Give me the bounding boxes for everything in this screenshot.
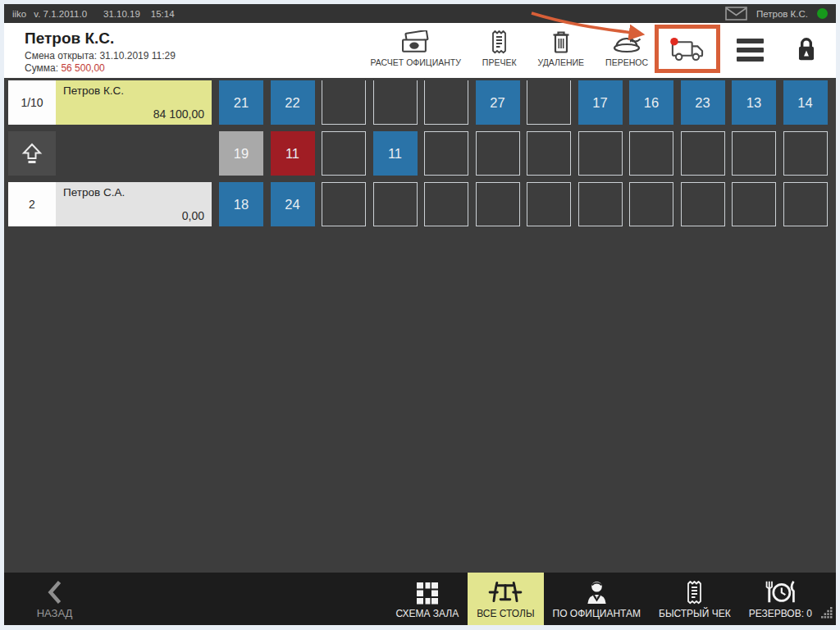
arrow-up-icon	[20, 142, 44, 165]
back-chevron-icon	[47, 580, 63, 605]
waiter-amount: 84 100,00	[153, 107, 204, 121]
table-tile-empty[interactable]	[424, 80, 468, 125]
messages-envelope-icon[interactable]	[725, 7, 747, 21]
table-tile-empty[interactable]	[527, 131, 571, 176]
table-tile[interactable]: 23	[681, 80, 725, 125]
table-tile[interactable]: 22	[271, 80, 315, 125]
table-tile-empty[interactable]	[527, 80, 571, 125]
waiter-info: Петров К.С. Смена открыта: 31.10.2019 11…	[25, 23, 176, 78]
tab-all-tables[interactable]: ВСЕ СТОЛЫ	[468, 573, 543, 625]
main-menu-button[interactable]	[737, 39, 764, 62]
sum-label: Сумма:	[25, 62, 58, 74]
table-tile[interactable]: 11	[271, 131, 315, 176]
table-tile-empty[interactable]	[527, 182, 571, 226]
tables-grid: 21222717162313141911111824	[219, 80, 828, 573]
table-tile-empty[interactable]	[476, 131, 520, 176]
table-tile-empty[interactable]	[424, 182, 468, 226]
lock-icon	[795, 35, 818, 63]
floor-plan-label: СХЕМА ЗАЛА	[395, 608, 459, 619]
resize-grip[interactable]	[821, 607, 833, 623]
table-tile[interactable]: 11	[373, 131, 418, 176]
table-tile-empty[interactable]	[732, 131, 776, 176]
current-user-label: Петров К.С.	[756, 9, 808, 19]
table-tile-empty[interactable]	[732, 182, 776, 226]
delete-label: УДАЛЕНИЕ	[538, 57, 585, 67]
precheck-label: ПРЕЧЕК	[482, 57, 517, 67]
waiter-payment-button[interactable]: РАСЧЕТ ОФИЦИАНТУ	[371, 28, 461, 67]
waiter-amount: 0,00	[182, 209, 204, 222]
back-label: НАЗАД	[37, 607, 73, 619]
table-tile-empty[interactable]	[629, 182, 673, 226]
status-bar: iiko v. 7.1.2011.0 31.10.19 15:14 Петров…	[4, 4, 836, 23]
delivery-button-highlighted[interactable]	[655, 25, 720, 73]
table-tile-empty[interactable]	[424, 131, 468, 176]
table-tile[interactable]: 16	[629, 80, 673, 125]
table-tile[interactable]: 21	[219, 80, 263, 125]
reserves-label: РЕЗЕРВОВ: 0	[749, 608, 812, 619]
tab-floor-plan[interactable]: СХЕМА ЗАЛА	[386, 573, 468, 625]
app-version: v. 7.1.2011.0	[34, 9, 87, 19]
waiter-row-petrov-ks[interactable]: 1/10 Петров К.С. 84 100,00	[8, 80, 212, 125]
main-area: 1/10 Петров К.С. 84 100,00 2 Петров С	[4, 78, 836, 573]
waiter-name: Петров С.А.	[63, 186, 125, 199]
table-tile[interactable]: 13	[732, 80, 776, 125]
table-tile-empty[interactable]	[476, 182, 520, 226]
table-tile[interactable]: 19	[219, 131, 263, 176]
table-tile[interactable]: 17	[578, 80, 623, 125]
table-tile[interactable]: 14	[783, 80, 828, 125]
tab-quick-check[interactable]: БЫСТРЫЙ ЧЕК	[650, 573, 740, 625]
table-tile-empty[interactable]	[783, 182, 828, 226]
table-tile-empty[interactable]	[578, 131, 623, 176]
waiter-name: Петров К.С.	[63, 84, 124, 97]
all-tables-label: ВСЕ СТОЛЫ	[477, 608, 534, 619]
receipt-icon	[490, 28, 509, 54]
status-time: 15:14	[151, 9, 175, 19]
tables-chairs-icon	[487, 579, 523, 605]
table-tile-empty[interactable]	[373, 80, 418, 125]
table-tile[interactable]: 24	[271, 182, 315, 226]
table-tile-empty[interactable]	[322, 80, 366, 125]
iiko-pos-app: iiko v. 7.1.2011.0 31.10.19 15:14 Петров…	[4, 4, 836, 625]
app-window: iiko v. 7.1.2011.0 31.10.19 15:14 Петров…	[0, 0, 840, 630]
precheck-button[interactable]: ПРЕЧЕК	[482, 28, 517, 67]
header-toolbar: РАСЧЕТ ОФИЦИАНТУ ПРЕЧЕК	[349, 23, 818, 78]
page-title: Петров К.С.	[25, 27, 176, 50]
waiters-sidebar: 1/10 Петров К.С. 84 100,00 2 Петров С	[8, 80, 212, 573]
table-tile-empty[interactable]	[373, 182, 418, 226]
table-tile-empty[interactable]	[322, 182, 366, 226]
waiter-row-petrov-sa[interactable]: 2 Петров С.А. 0,00	[8, 182, 212, 226]
scroll-up-button[interactable]	[8, 131, 56, 176]
online-status-dot	[817, 8, 828, 19]
table-tile-empty[interactable]	[681, 131, 725, 176]
sum-line: Сумма: 56 500,00	[25, 62, 176, 75]
delete-button[interactable]: УДАЛЕНИЕ	[538, 28, 585, 67]
delivery-truck-icon	[669, 36, 707, 62]
table-tile-empty[interactable]	[578, 182, 623, 226]
sum-value: 56 500,00	[61, 62, 104, 74]
floor-plan-icon	[416, 582, 439, 605]
table-tile[interactable]: 27	[476, 80, 520, 125]
transfer-dish-icon	[612, 28, 642, 54]
table-tile[interactable]: 18	[219, 182, 263, 226]
table-tile-empty[interactable]	[322, 131, 366, 176]
by-waiters-label: ПО ОФИЦИАНТАМ	[553, 608, 641, 619]
table-tile-empty[interactable]	[783, 131, 828, 176]
table-tile-empty[interactable]	[629, 131, 673, 176]
lock-button[interactable]	[795, 35, 818, 66]
tab-reserves[interactable]: РЕЗЕРВОВ: 0	[740, 573, 821, 625]
tab-by-waiters[interactable]: ПО ОФИЦИАНТАМ	[544, 573, 650, 625]
waiter-person-icon	[584, 579, 609, 605]
transfer-label: ПЕРЕНОС	[605, 57, 648, 67]
waiter-payment-label: РАСЧЕТ ОФИЦИАНТУ	[371, 57, 461, 67]
header: Петров К.С. Смена открыта: 31.10.2019 11…	[4, 23, 836, 78]
quick-check-label: БЫСТРЫЙ ЧЕК	[659, 608, 731, 619]
back-button[interactable]: НАЗАД	[16, 573, 94, 625]
bottom-bar: НАЗАД СХЕМА ЗАЛА	[4, 573, 836, 625]
menu-icon	[737, 39, 764, 43]
status-date: 31.10.19	[103, 9, 140, 19]
waiter-card: Петров С.А. 0,00	[56, 182, 212, 226]
waiter-index: 1/10	[8, 80, 56, 125]
trash-icon	[550, 28, 572, 54]
transfer-button[interactable]: ПЕРЕНОС	[605, 28, 648, 67]
table-tile-empty[interactable]	[681, 182, 725, 226]
